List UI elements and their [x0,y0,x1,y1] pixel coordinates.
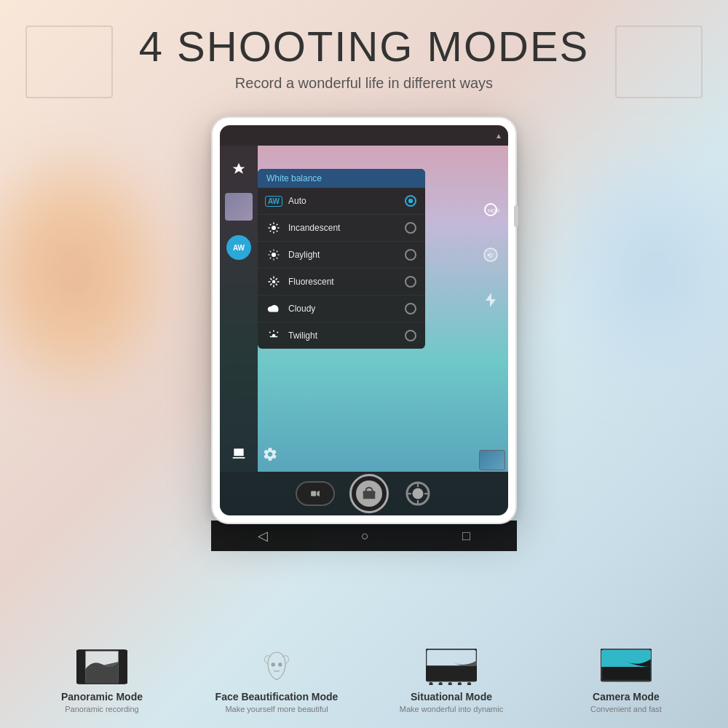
svg-line-17 [270,258,272,259]
wb-daylight-label: Daylight [288,250,397,260]
svg-point-46 [279,663,282,666]
svg-line-24 [276,284,277,285]
tablet-power-button[interactable] [514,205,518,227]
svg-line-6 [277,231,278,232]
sidebar-gallery-icon[interactable] [226,441,251,466]
svg-rect-56 [601,667,650,680]
shutter-inner [356,480,382,507]
svg-line-8 [270,231,272,232]
panoramic-mode-icon [76,649,127,685]
wb-incandescent-icon [266,221,281,235]
camera-shutter-alt[interactable] [403,479,432,508]
camera-mode-desc: Convenient and fast [590,705,662,713]
svg-rect-44 [119,650,126,684]
sidebar-thumbnail [225,193,253,221]
tablet-wrapper: ▲ AW White balance [211,116,517,524]
main-subtitle: Record a wonderful life in different way… [0,75,728,92]
svg-line-26 [270,284,272,285]
video-mode-button[interactable] [296,481,335,506]
wb-incandescent-label: Incandescent [288,223,397,233]
shutter-button[interactable] [349,474,389,513]
camera-sidebar: AW [220,146,258,472]
svg-text:HDR: HDR [488,207,499,214]
hdr-icon[interactable]: HDR [479,198,502,221]
svg-marker-37 [317,491,320,496]
svg-rect-49 [429,682,432,685]
svg-rect-43 [79,650,86,684]
mode-situational: Situational Mode Make wonderful into dyn… [379,649,524,713]
svg-line-7 [277,224,278,226]
svg-line-28 [269,332,271,333]
wb-dropdown: White balance AW Auto [258,169,425,349]
svg-rect-52 [458,682,462,685]
camera-mode-icon-el [601,649,652,685]
camera-mode-name: Camera Mode [593,691,660,703]
wb-incandescent-radio[interactable] [405,222,416,234]
cam-settings-icon[interactable] [262,446,278,466]
wb-item-incandescent[interactable]: Incandescent [258,215,425,242]
wb-cloudy-icon [266,301,281,316]
shooting-modes-section: Panoramic Mode Panoramic recording Face … [0,649,728,713]
tablet: ▲ AW White balance [211,116,517,524]
wb-auto-icon: AW [266,194,281,208]
camera-overlay-icons: HDR ⟲ [479,198,502,312]
sidebar-flash-icon[interactable] [226,157,251,181]
tablet-screen: ▲ AW White balance [220,125,508,515]
mode-panoramic: Panoramic Mode Panoramic recording [29,649,175,713]
situational-mode-name: Situational Mode [411,691,492,703]
wb-twilight-icon [266,328,281,343]
face-mode-desc: Make yourself more beautiful [225,705,328,713]
wb-menu-title: White balance [258,169,425,188]
recents-button[interactable]: □ [462,529,470,544]
wb-auto-label: Auto [288,196,397,206]
main-title: 4 SHOOTING MODES [0,22,728,71]
panoramic-mode-desc: Panoramic recording [65,705,139,713]
header: 4 SHOOTING MODES Record a wonderful life… [0,0,728,92]
situational-mode-icon [426,649,477,685]
flip-icon[interactable]: ⟲ [479,243,502,266]
wb-item-fluorescent[interactable]: Fluorescent [258,269,425,296]
svg-rect-48 [426,665,477,681]
sidebar-wb-icon[interactable]: AW [226,235,251,260]
bolt-icon[interactable] [479,288,502,312]
back-button[interactable]: ◁ [258,528,268,544]
svg-point-45 [272,663,274,666]
svg-line-25 [276,278,277,280]
face-mode-icon [251,649,302,685]
wb-fluorescent-label: Fluorescent [288,277,397,287]
svg-rect-51 [448,682,452,685]
android-navbar: ◁ ○ □ [211,521,517,551]
wb-item-daylight[interactable]: Daylight [258,242,425,269]
wb-fluorescent-icon [266,274,281,289]
camera-bottombar [220,472,508,515]
panoramic-mode-name: Panoramic Mode [61,691,143,703]
svg-point-30 [272,334,276,338]
svg-marker-35 [486,293,496,307]
wb-item-auto[interactable]: AW Auto [258,188,425,215]
wb-fluorescent-radio[interactable] [405,276,416,288]
svg-line-14 [270,251,272,253]
svg-rect-36 [311,491,316,496]
svg-point-39 [413,488,424,499]
svg-point-9 [272,253,276,257]
svg-text:⟲: ⟲ [487,252,493,259]
svg-rect-50 [439,682,443,685]
wb-auto-radio[interactable] [405,195,416,207]
wb-twilight-label: Twilight [288,331,397,341]
wb-daylight-radio[interactable] [405,249,416,261]
svg-rect-53 [467,682,471,685]
camera-preview-thumbnail[interactable] [479,450,505,470]
svg-point-18 [272,280,276,284]
camera-topbar: ▲ [220,125,508,146]
svg-line-16 [277,251,278,253]
svg-line-29 [277,332,279,333]
face-mode-name: Face Beautification Mode [215,691,339,703]
home-button[interactable]: ○ [361,529,369,544]
wb-cloudy-radio[interactable] [405,303,416,314]
svg-line-5 [270,224,272,226]
wb-item-twilight[interactable]: Twilight [258,323,425,349]
svg-line-15 [277,258,278,259]
wb-item-cloudy[interactable]: Cloudy [258,296,425,323]
svg-line-23 [270,278,272,280]
wb-twilight-radio[interactable] [405,330,416,341]
